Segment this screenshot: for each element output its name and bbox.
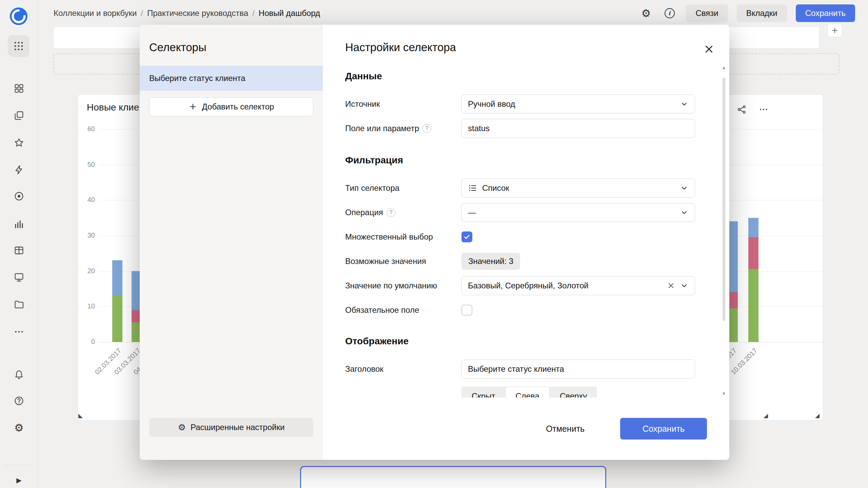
sidebar-item-folders[interactable] — [13, 298, 25, 311]
ring-icon — [14, 191, 24, 202]
close-icon — [704, 44, 714, 54]
bar-segment-blue — [112, 260, 122, 296]
sidebar-item-more[interactable] — [13, 325, 25, 338]
bar-segment-blue — [748, 218, 758, 238]
sidebar-item-tables[interactable] — [13, 244, 25, 257]
heading-input[interactable] — [461, 360, 695, 379]
info-circle-icon: i — [665, 8, 675, 18]
tab-hidden[interactable]: Скрыт — [461, 387, 505, 398]
section-display-title: Отображение — [345, 336, 409, 347]
tab-top[interactable]: Сверху — [550, 387, 597, 398]
bar-chart-icon — [14, 219, 24, 229]
advanced-settings-button[interactable]: ⚙ Расширенные настройки — [149, 418, 313, 437]
sidebar-divider — [5, 465, 33, 465]
settings-gear-icon[interactable]: ⚙ — [638, 6, 653, 21]
close-dialog-button[interactable] — [702, 42, 716, 56]
sidebar-item-monitoring[interactable] — [13, 271, 25, 284]
apps-grid-button[interactable] — [8, 35, 29, 57]
selector-type-value: Список — [482, 183, 675, 193]
sidebar-expand-button[interactable]: ▶ — [13, 474, 25, 487]
monitor-icon — [14, 272, 24, 283]
breadcrumb-guides[interactable]: Практические руководства — [147, 8, 248, 18]
list-type-icon — [468, 183, 477, 193]
sidebar-item-settings[interactable]: ⚙ — [13, 421, 25, 434]
possible-values-row: Возможные значения Значений: 3 — [345, 252, 695, 271]
scroll-up-arrow[interactable]: ▲ — [722, 65, 726, 70]
selectors-panel: Селекторы Выберите статус клиента Добави… — [140, 25, 323, 460]
settings-scroll-area: Данные Источник Ручной ввод Поле или пар… — [323, 65, 729, 398]
source-select[interactable]: Ручной ввод — [461, 95, 695, 114]
operation-row: Операция ? — — [345, 203, 695, 222]
app-window: Коллекции и воркбуки / Практические руко… — [0, 0, 868, 488]
datalens-logo[interactable] — [10, 7, 27, 25]
y-axis-label: 30 — [81, 231, 95, 239]
chevron-down-icon — [680, 100, 689, 108]
resize-handle[interactable]: ◢ — [764, 412, 768, 419]
bar-segment-green — [748, 269, 758, 342]
required-checkbox[interactable] — [461, 305, 472, 316]
help-icon[interactable]: ? — [387, 208, 395, 217]
resize-handle[interactable]: ◣ — [78, 412, 83, 419]
gear-icon: ⚙ — [642, 8, 651, 19]
breadcrumb-separator: / — [141, 8, 143, 18]
heading-label: Заголовок — [345, 364, 461, 374]
settings-panel-title: Настройки селектора — [345, 41, 456, 54]
add-widget-button[interactable] — [827, 24, 842, 37]
tab-left[interactable]: Слева — [505, 387, 550, 398]
tabs-button[interactable]: Вкладки — [737, 4, 787, 22]
title-position-tabs: СкрытСлеваСверху — [461, 387, 597, 398]
save-dashboard-button[interactable]: Сохранить — [796, 4, 855, 22]
save-selector-button[interactable]: Сохранить — [620, 418, 707, 440]
sidebar-item-favorites[interactable] — [13, 136, 25, 149]
sidebar-item-collections[interactable] — [13, 109, 25, 122]
ellipsis-icon — [14, 326, 24, 337]
clear-icon[interactable] — [667, 282, 675, 290]
field-input[interactable] — [461, 119, 695, 138]
settings-panel: Настройки селектора Данные Источник Ручн… — [323, 25, 729, 460]
scroll-down-arrow[interactable]: ▼ — [722, 391, 726, 396]
multi-select-label: Множественный выбор — [345, 232, 461, 242]
selected-widget-outline[interactable] — [300, 466, 606, 488]
folder-icon — [14, 299, 24, 310]
layers-icon — [14, 110, 24, 121]
chevron-down-icon — [680, 281, 689, 290]
dialog-scrollbar: ▲ ▼ — [722, 65, 726, 398]
source-value: Ручной ввод — [468, 99, 675, 109]
sidebar-item-notifications[interactable] — [13, 367, 25, 380]
y-axis-label: 50 — [81, 161, 95, 168]
operation-select[interactable]: — — [461, 203, 695, 222]
star-icon — [14, 137, 24, 148]
possible-values-chip[interactable]: Значений: 3 — [461, 253, 520, 270]
required-row: Обязательное поле — [345, 301, 695, 320]
breadcrumb: Коллекции и воркбуки / Практические руко… — [54, 0, 320, 26]
gear-icon: ⚙ — [14, 423, 24, 433]
resize-handle[interactable]: ◢ — [815, 412, 820, 419]
section-data-title: Данные — [345, 71, 382, 82]
sidebar-item-services[interactable] — [13, 190, 25, 203]
sidebar-item-functions[interactable] — [13, 163, 25, 176]
operation-label: Операция ? — [345, 208, 461, 217]
sidebar-item-charts[interactable] — [13, 218, 25, 230]
field-label: Поле или параметр ? — [345, 124, 461, 133]
breadcrumb-collections[interactable]: Коллекции и воркбуки — [54, 8, 137, 18]
check-icon — [463, 233, 471, 241]
multi-select-checkbox[interactable] — [461, 231, 472, 242]
operation-value: — — [468, 208, 675, 217]
y-axis-label: 10 — [81, 302, 95, 310]
scrollbar-thumb[interactable] — [723, 78, 725, 321]
help-icon[interactable]: ? — [422, 124, 431, 133]
relations-button[interactable]: Связи — [686, 4, 728, 22]
add-selector-button[interactable]: Добавить селектор — [149, 97, 313, 116]
breadcrumb-current-dashboard: Новый дашборд — [259, 8, 320, 18]
sidebar-item-help[interactable] — [13, 394, 25, 407]
selector-type-select[interactable]: Список — [461, 179, 695, 198]
selectors-panel-title: Селекторы — [149, 41, 206, 54]
selector-list-item[interactable]: Выберите статус клиента — [140, 66, 323, 91]
default-value-row: Значение по умолчанию Базовый, Серебряны… — [345, 276, 695, 295]
default-value-label: Значение по умолчанию — [345, 281, 461, 290]
default-value-select[interactable]: Базовый, Серебряный, Золотой — [461, 276, 695, 295]
info-icon[interactable]: i — [662, 6, 677, 21]
left-sidebar: ⚙ ▶ — [0, 0, 38, 488]
sidebar-item-widgets[interactable] — [13, 82, 25, 95]
cancel-button[interactable]: Отменить — [540, 419, 591, 439]
